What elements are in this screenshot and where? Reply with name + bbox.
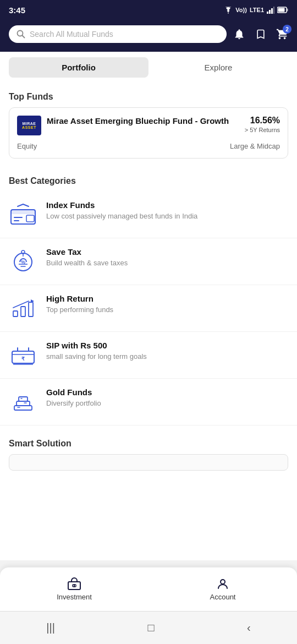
android-recents-btn[interactable]: ||| (46, 621, 55, 634)
sip-icon: ₹ (9, 341, 37, 369)
svg-rect-10 (11, 210, 35, 214)
cart-badge: 2 (283, 25, 292, 34)
save-tax-name: Save Tax (46, 247, 288, 256)
investment-icon (67, 577, 81, 591)
high-return-name: High Return (46, 294, 288, 303)
tab-portfolio[interactable]: Portfolio (9, 57, 148, 78)
status-bar: 3:45 Vo)) LTE1 (0, 0, 297, 20)
sip-name: SIP with Rs 500 (46, 341, 288, 350)
network-text: Vo)) (235, 7, 247, 13)
fund-card[interactable]: MIRAE ASSET Mirae Asset Emerging Bluechi… (9, 107, 288, 159)
bottom-nav: Investment Account (0, 567, 297, 611)
signal-icon (267, 7, 274, 14)
index-funds-desc: Low cost passively managed best funds in… (46, 211, 288, 221)
cart-icon[interactable]: 2 (276, 28, 288, 40)
sip-text: SIP with Rs 500 small saving for long te… (46, 341, 288, 362)
fund-logo: MIRAE ASSET (17, 116, 41, 135)
nav-investment[interactable]: Investment (0, 567, 148, 611)
save-tax-icon: % (9, 247, 37, 276)
bookmark-icon[interactable] (255, 28, 266, 40)
gold-funds-text: Gold Funds Diversify portfolio (46, 388, 288, 408)
svg-text:%: % (21, 259, 25, 265)
fund-name: Mirae Asset Emerging Bluechip Fund - Gro… (47, 116, 229, 127)
save-tax-text: Save Tax Build wealth & save taxes (46, 247, 288, 268)
search-placeholder-text: Search All Mutual Funds (30, 30, 113, 39)
top-funds-title: Top Funds (0, 83, 297, 107)
svg-rect-5 (287, 9, 288, 12)
search-icon (16, 30, 25, 39)
fund-tag-category: Large & Midcap (230, 142, 280, 150)
android-back-btn[interactable]: ‹ (247, 621, 251, 634)
category-index-funds[interactable]: Index Funds Low cost passively managed b… (0, 192, 297, 238)
save-tax-desc: Build wealth & save taxes (46, 258, 288, 268)
android-home-btn[interactable]: □ (147, 621, 154, 634)
tab-explore[interactable]: Explore (148, 57, 288, 78)
wifi-icon (224, 7, 233, 14)
gold-funds-desc: Diversify portfolio (46, 399, 288, 408)
gold-funds-icon (9, 388, 37, 416)
smart-solution-card-partial (9, 454, 288, 471)
svg-rect-3 (273, 7, 274, 14)
fund-returns: 16.56% > 5Y Returns (245, 116, 280, 133)
smart-solution-title: Smart Solution (0, 430, 297, 454)
svg-line-8 (23, 36, 25, 38)
fund-return-label: > 5Y Returns (245, 127, 280, 133)
gold-funds-name: Gold Funds (46, 388, 288, 397)
high-return-icon (9, 294, 37, 323)
header: Search All Mutual Funds 2 (0, 20, 297, 52)
svg-rect-26 (16, 401, 30, 406)
svg-rect-27 (19, 397, 28, 401)
index-funds-icon (9, 200, 37, 229)
svg-rect-1 (269, 10, 271, 14)
svg-rect-6 (278, 8, 285, 12)
nav-account[interactable]: Account (148, 567, 297, 611)
category-gold-funds[interactable]: Gold Funds Diversify portfolio (0, 379, 297, 425)
header-icons: 2 (233, 28, 288, 40)
svg-text:₹: ₹ (21, 356, 25, 362)
svg-rect-2 (271, 8, 273, 14)
svg-rect-19 (13, 311, 18, 316)
battery-icon (277, 7, 288, 13)
status-icons: Vo)) LTE1 (224, 7, 288, 14)
investment-label: Investment (57, 593, 92, 601)
best-categories-title: Best Categories (0, 167, 297, 192)
svg-rect-13 (26, 215, 34, 222)
fund-logo-line1: MIRAE (22, 122, 36, 125)
status-time: 3:45 (9, 6, 25, 15)
account-label: Account (210, 593, 236, 601)
notification-icon[interactable] (233, 28, 245, 40)
svg-rect-21 (29, 302, 33, 316)
lte-text: LTE1 (250, 7, 264, 13)
smart-solution-section: Smart Solution (0, 430, 297, 475)
account-icon (216, 577, 229, 591)
android-nav-bar: ||| □ ‹ (0, 611, 297, 644)
sip-desc: small saving for long term goals (46, 352, 288, 362)
fund-return-pct: 16.56% (245, 116, 280, 125)
fund-tag-equity: Equity (17, 142, 37, 150)
index-funds-name: Index Funds (46, 200, 288, 210)
top-funds-section: Top Funds MIRAE ASSET Mirae Asset Emergi… (0, 83, 297, 159)
svg-rect-20 (21, 307, 25, 316)
svg-rect-25 (14, 406, 32, 410)
category-save-tax[interactable]: % Save Tax Build wealth & save taxes (0, 238, 297, 285)
svg-point-34 (221, 580, 225, 584)
tab-bar: Portfolio Explore (0, 52, 297, 83)
search-bar[interactable]: Search All Mutual Funds (9, 25, 227, 43)
best-categories-section: Best Categories Index Funds Low cost pas… (0, 167, 297, 425)
category-sip-500[interactable]: ₹ SIP with Rs 500 small saving for long … (0, 332, 297, 379)
high-return-desc: Top performing funds (46, 305, 288, 315)
index-funds-text: Index Funds Low cost passively managed b… (46, 200, 288, 221)
fund-logo-line2: ASSET (22, 125, 36, 129)
main-content: Portfolio Explore Top Funds MIRAE ASSET … (0, 52, 297, 560)
svg-rect-0 (267, 12, 268, 14)
category-high-return[interactable]: High Return Top performing funds (0, 285, 297, 332)
high-return-text: High Return Top performing funds (46, 294, 288, 315)
